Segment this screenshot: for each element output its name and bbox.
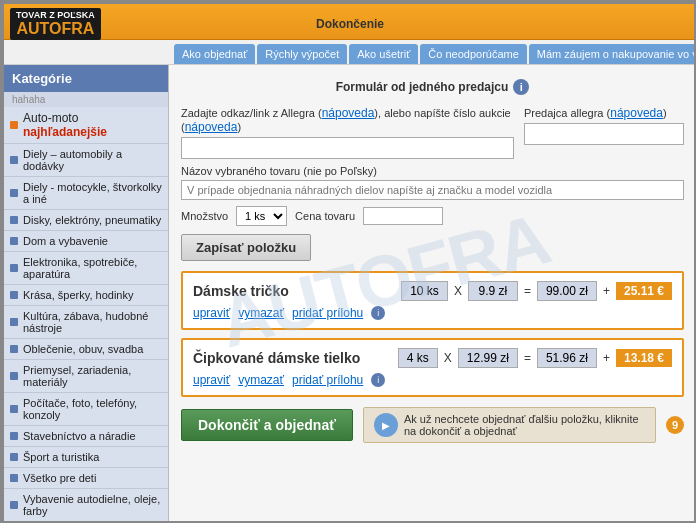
product-unit-price-0: 9.9 zł xyxy=(468,281,518,301)
pridat-prilohu-link-0[interactable]: pridať prílohu xyxy=(292,306,363,320)
product-x-0: X xyxy=(454,284,462,298)
sidebar-item-stavebnictvo[interactable]: Stavebníctvo a náradie xyxy=(4,426,168,447)
content-title: Formulár od jedného predajcu i xyxy=(181,75,684,96)
vymazat-link-1[interactable]: vymazať xyxy=(238,373,284,387)
product-details-0: 10 ks X 9.9 zł = 99.00 zł + 25.11 € xyxy=(401,281,672,301)
product-plus-1: + xyxy=(603,351,610,365)
upravit-link-1[interactable]: upraviť xyxy=(193,373,230,387)
product-name-input[interactable] xyxy=(181,180,684,200)
nav-tabs: Ako objednať Rýchly výpočet Ako ušetriť … xyxy=(4,40,696,65)
sidebar-item-priemysel[interactable]: Priemysel, zariadenia, materiály xyxy=(4,360,168,393)
tab-rychly-vypocet[interactable]: Rýchly výpočet xyxy=(257,44,347,64)
product-plus-0: + xyxy=(603,284,610,298)
dot-icon xyxy=(10,345,18,353)
dot-icon xyxy=(10,432,18,440)
sidebar-item-auto-moto[interactable]: Auto-moto najhľadanejšie xyxy=(4,107,168,144)
dot-icon xyxy=(10,372,18,380)
product-eq-1: = xyxy=(524,351,531,365)
product-header-1: Čipkované dámske tielko 4 ks X 12.99 zł … xyxy=(193,348,672,368)
seller-input[interactable]: frikoooo xyxy=(524,123,684,145)
form-allegro-row: Zadajte odkaz/link z Allegra (nápoveda),… xyxy=(181,106,684,159)
info-bar: Ak už nechcete objednať ďalšiu položku, … xyxy=(363,407,656,443)
sidebar-item-diely-moto[interactable]: Diely - motocykle, štvorkolky a iné xyxy=(4,177,168,210)
product-card-0: Dámske tričko 10 ks X 9.9 zł = 99.00 zł … xyxy=(181,271,684,330)
product-total-1: 51.96 zł xyxy=(537,348,597,368)
product-eq-0: = xyxy=(524,284,531,298)
sidebar-header: Kategórie xyxy=(4,65,168,92)
price-label: Cena tovaru xyxy=(295,210,355,222)
product-name-label: Názov vybraného tovaru (nie po Poľsky) xyxy=(181,165,684,177)
sidebar-sub: hahaha xyxy=(4,92,168,107)
napoveda-link-3[interactable]: nápoveda xyxy=(610,106,663,120)
dot-icon xyxy=(10,405,18,413)
dot-icon xyxy=(10,501,18,509)
seller-group: Predajca allegra (nápoveda) frikoooo xyxy=(524,106,684,145)
product-x-1: X xyxy=(444,351,452,365)
napoveda-link-1[interactable]: nápoveda xyxy=(322,106,375,120)
allegro-link-input[interactable] xyxy=(181,137,514,159)
tab-co-neodporucame[interactable]: Čo neodporúčame xyxy=(420,44,527,64)
badge-count: 9 xyxy=(666,416,684,434)
content-area: Formulár od jedného predajcu i Zadajte o… xyxy=(169,65,696,523)
bottom-bar: Dokončiť a objednať Ak už nechcete objed… xyxy=(181,407,684,443)
sidebar-item-kultura[interactable]: Kultúra, zábava, hudobné nástroje xyxy=(4,306,168,339)
dot-icon xyxy=(10,189,18,197)
product-total-0: 99.00 zł xyxy=(537,281,597,301)
vymazat-link-0[interactable]: vymazať xyxy=(238,306,284,320)
sidebar-item-diely-auto[interactable]: Diely – automobily a dodávky xyxy=(4,144,168,177)
product-name-0: Dámske tričko xyxy=(193,283,401,299)
sidebar-item-dom[interactable]: Dom a vybavenie xyxy=(4,231,168,252)
price-input[interactable] xyxy=(363,207,443,225)
logo: TOVAR Z POĽSKA AUTOFRA xyxy=(10,8,101,40)
product-header-0: Dámske tričko 10 ks X 9.9 zł = 99.00 zł … xyxy=(193,281,672,301)
sidebar-item-autodielne[interactable]: Vybavenie autodielne, oleje, farby xyxy=(4,489,168,522)
dot-icon xyxy=(10,216,18,224)
pridat-prilohu-link-1[interactable]: pridať prílohu xyxy=(292,373,363,387)
sidebar-item-sport[interactable]: Šport a turistika xyxy=(4,447,168,468)
dokoncit-button[interactable]: Dokončiť a objednať xyxy=(181,409,353,441)
dot-icon xyxy=(10,453,18,461)
qty-price-row: Množstvo 1 ks 2 ks 3 ks Cena tovaru xyxy=(181,206,684,226)
dot-icon xyxy=(10,264,18,272)
sidebar: Kategórie hahaha Auto-moto najhľadanejši… xyxy=(4,65,169,523)
attach-icon-0[interactable]: i xyxy=(371,306,385,320)
zapisat-button[interactable]: Zapísať položku xyxy=(181,234,311,261)
product-euro-1: 13.18 € xyxy=(616,349,672,367)
allegro-link-group: Zadajte odkaz/link z Allegra (nápoveda),… xyxy=(181,106,514,159)
product-actions-1: upraviť vymazať pridať prílohu i xyxy=(193,373,672,387)
dot-icon xyxy=(10,156,18,164)
product-actions-0: upraviť vymazať pridať prílohu i xyxy=(193,306,672,320)
product-qty-0: 10 ks xyxy=(401,281,448,301)
sidebar-item-deti[interactable]: Všetko pre deti xyxy=(4,468,168,489)
page-title: Dokončenie xyxy=(316,17,384,31)
tab-ako-objednat[interactable]: Ako objednať xyxy=(174,44,255,64)
info-icon[interactable]: i xyxy=(513,79,529,95)
napoveda-link-2[interactable]: nápoveda xyxy=(185,120,238,134)
arrow-icon xyxy=(374,413,398,437)
page-header: TOVAR Z POĽSKA AUTOFRA Dokončenie xyxy=(4,4,696,40)
product-name-1: Čipkované dámske tielko xyxy=(193,350,398,366)
sidebar-item-pocitace[interactable]: Počítače, foto, telefóny, konzoly xyxy=(4,393,168,426)
tab-velke-mnozstvo[interactable]: Mám záujem o nakupovanie vo veľkom množs… xyxy=(529,44,696,64)
qty-select[interactable]: 1 ks 2 ks 3 ks xyxy=(236,206,287,226)
attach-icon-1[interactable]: i xyxy=(371,373,385,387)
dot-icon xyxy=(10,121,18,129)
product-qty-1: 4 ks xyxy=(398,348,438,368)
dot-icon xyxy=(10,237,18,245)
allegro-link-label: Zadajte odkaz/link z Allegra (nápoveda),… xyxy=(181,106,514,134)
dot-icon xyxy=(10,291,18,299)
sidebar-item-disky[interactable]: Disky, elektróny, pneumatiky xyxy=(4,210,168,231)
upravit-link-0[interactable]: upraviť xyxy=(193,306,230,320)
product-card-1: Čipkované dámske tielko 4 ks X 12.99 zł … xyxy=(181,338,684,397)
product-details-1: 4 ks X 12.99 zł = 51.96 zł + 13.18 € xyxy=(398,348,672,368)
product-name-group: Názov vybraného tovaru (nie po Poľsky) xyxy=(181,165,684,200)
sidebar-item-elektronika[interactable]: Elektronika, spotrebiče, aparatúra xyxy=(4,252,168,285)
info-text: Ak už nechcete objednať ďalšiu položku, … xyxy=(404,413,645,437)
tab-ako-usetrit[interactable]: Ako ušetriť xyxy=(349,44,418,64)
main-layout: Kategórie hahaha Auto-moto najhľadanejši… xyxy=(4,65,696,523)
sidebar-item-krasa[interactable]: Krása, šperky, hodinky xyxy=(4,285,168,306)
product-unit-price-1: 12.99 zł xyxy=(458,348,518,368)
sidebar-item-oblecenie[interactable]: Oblečenie, obuv, svadba xyxy=(4,339,168,360)
seller-label: Predajca allegra (nápoveda) xyxy=(524,106,684,120)
product-euro-0: 25.11 € xyxy=(616,282,672,300)
